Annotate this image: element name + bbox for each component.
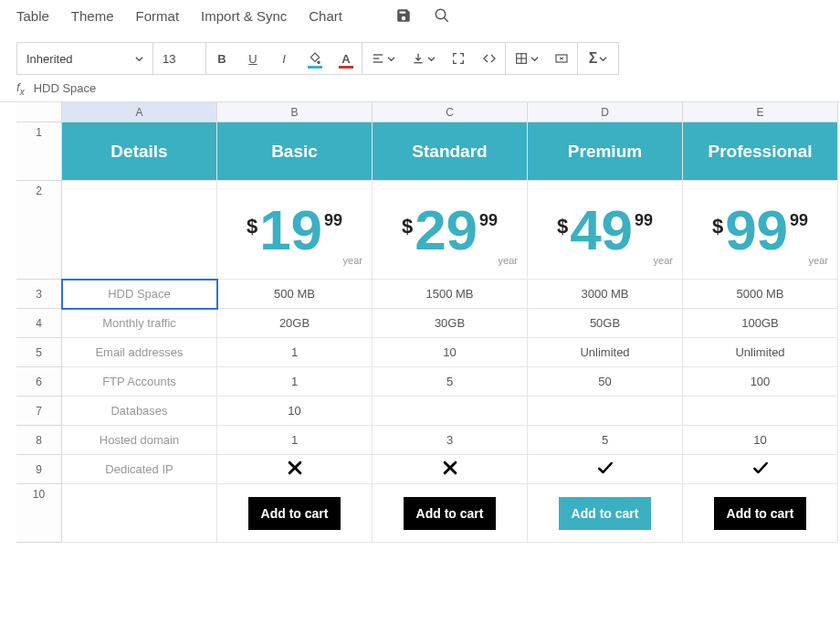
cell-E3[interactable]: 5000 MB (683, 280, 838, 309)
cell-E10[interactable]: Add to cart (683, 484, 838, 543)
cell-E5[interactable]: Unlimited (683, 338, 838, 367)
row-header-4[interactable]: 4 (16, 309, 62, 338)
cell-A1[interactable]: Details (62, 122, 217, 181)
cell-C7[interactable] (373, 397, 528, 426)
feature-value: 1500 MB (425, 287, 473, 301)
italic-button[interactable]: I (268, 43, 299, 74)
cell-B10[interactable]: Add to cart (217, 484, 373, 543)
bold-button[interactable]: B (206, 43, 237, 74)
chevron-down-icon (135, 52, 143, 66)
cell-C3[interactable]: 1500 MB (373, 280, 528, 309)
row-header-5[interactable]: 5 (16, 338, 62, 367)
cell-D2[interactable]: $ 49 99 year (528, 181, 683, 280)
row-header-6[interactable]: 6 (16, 367, 62, 397)
row-header-9[interactable]: 9 (16, 455, 62, 484)
cell-C10[interactable]: Add to cart (373, 484, 528, 543)
row-header-2[interactable]: 2 (16, 181, 62, 280)
x-icon (286, 459, 304, 480)
formula-bar[interactable]: fx HDD Space (0, 75, 840, 102)
cell-C9[interactable] (373, 455, 528, 484)
cell-B2[interactable]: $ 19 99 year (217, 181, 373, 280)
code-button[interactable] (474, 43, 505, 74)
row-header-1[interactable]: 1 (16, 122, 62, 181)
row-header-3[interactable]: 3 (16, 280, 62, 309)
menu-format[interactable]: Format (136, 8, 180, 24)
cell-B5[interactable]: 1 (217, 338, 373, 367)
cell-E8[interactable]: 10 (683, 426, 838, 455)
save-icon[interactable] (395, 7, 412, 24)
menu-table[interactable]: Table (16, 8, 49, 24)
cell-A2[interactable] (62, 181, 217, 280)
cell-D3[interactable]: 3000 MB (528, 280, 683, 309)
cell-E6[interactable]: 100 (683, 367, 838, 397)
col-header-B[interactable]: B (217, 102, 373, 122)
row-header-8[interactable]: 8 (16, 426, 62, 455)
cell-A10[interactable] (62, 484, 217, 543)
vertical-align-button[interactable] (403, 43, 443, 74)
col-header-D[interactable]: D (528, 102, 683, 122)
cell-B6[interactable]: 1 (217, 367, 373, 397)
cell-D6[interactable]: 50 (528, 367, 683, 397)
menu-chart[interactable]: Chart (309, 8, 342, 24)
grid-corner[interactable] (16, 102, 62, 122)
cell-B1[interactable]: Basic (217, 122, 373, 181)
cell-E7[interactable] (683, 397, 838, 426)
feature-value: 50 (598, 375, 611, 388)
cell-D9[interactable] (528, 455, 683, 484)
cell-A7[interactable]: Databases (62, 397, 217, 426)
underline-button[interactable]: U (237, 43, 268, 74)
add-to-cart-professional[interactable]: Add to cart (714, 497, 807, 530)
borders-button[interactable] (506, 43, 546, 74)
cell-E2[interactable]: $ 99 99 year (683, 181, 838, 280)
cell-C5[interactable]: 10 (373, 338, 528, 367)
horizontal-align-button[interactable] (362, 43, 403, 74)
cell-A4[interactable]: Monthly traffic (62, 309, 217, 338)
formula-value: HDD Space (34, 81, 97, 95)
check-icon (596, 459, 614, 480)
cell-E9[interactable] (683, 455, 838, 484)
cell-D10[interactable]: Add to cart (528, 484, 683, 543)
col-header-C[interactable]: C (373, 102, 528, 122)
cell-A9[interactable]: Dedicated IP (62, 455, 217, 484)
cell-E1[interactable]: Professional (683, 122, 838, 181)
cell-B9[interactable] (217, 455, 373, 484)
merge-cells-button[interactable] (546, 43, 577, 74)
cell-C1[interactable]: Standard (373, 122, 528, 181)
cell-B7[interactable]: 10 (217, 397, 373, 426)
cell-B4[interactable]: 20GB (217, 309, 373, 338)
search-icon[interactable] (434, 7, 450, 24)
fill-color-button[interactable] (299, 43, 331, 74)
menu-import-sync[interactable]: Import & Sync (201, 8, 287, 24)
cell-E4[interactable]: 100GB (683, 309, 838, 338)
menu-theme[interactable]: Theme (71, 8, 114, 24)
col-header-A[interactable]: A (62, 102, 217, 122)
row-header-10[interactable]: 10 (16, 484, 62, 543)
row-header-7[interactable]: 7 (16, 397, 62, 426)
cell-C6[interactable]: 5 (373, 367, 528, 397)
cell-C2[interactable]: $ 29 99 year (373, 181, 528, 280)
cell-D5[interactable]: Unlimited (528, 338, 683, 367)
feature-label: FTP Accounts (102, 375, 176, 388)
add-to-cart-standard[interactable]: Add to cart (404, 497, 497, 530)
svg-point-0 (436, 9, 446, 19)
cell-A3[interactable]: HDD Space (62, 280, 217, 309)
cell-B8[interactable]: 1 (217, 426, 373, 455)
add-to-cart-basic[interactable]: Add to cart (248, 497, 341, 530)
cell-D1[interactable]: Premium (528, 122, 683, 181)
font-family-select[interactable]: Inherited (16, 42, 153, 75)
cell-A8[interactable]: Hosted domain (62, 426, 217, 455)
col-header-E[interactable]: E (683, 102, 838, 122)
cell-D8[interactable]: 5 (528, 426, 683, 455)
cell-D7[interactable] (528, 397, 683, 426)
cell-A5[interactable]: Email addresses (62, 338, 217, 367)
sum-button[interactable]: Σ (578, 43, 618, 74)
cell-D4[interactable]: 50GB (528, 309, 683, 338)
font-size-input[interactable]: 13 (153, 42, 206, 75)
add-to-cart-premium[interactable]: Add to cart (559, 497, 652, 530)
fullscreen-button[interactable] (443, 43, 474, 74)
cell-C4[interactable]: 30GB (373, 309, 528, 338)
cell-C8[interactable]: 3 (373, 426, 528, 455)
cell-B3[interactable]: 500 MB (217, 280, 373, 309)
text-color-button[interactable]: A (331, 43, 362, 74)
cell-A6[interactable]: FTP Accounts (62, 367, 217, 397)
